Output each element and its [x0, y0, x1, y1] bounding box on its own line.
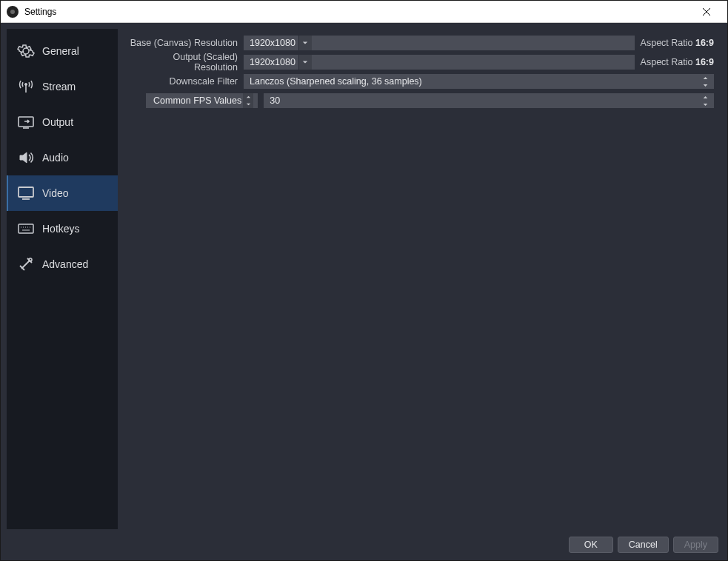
stepper-icon[interactable] [699, 74, 711, 89]
sidebar-item-advanced[interactable]: Advanced [7, 246, 118, 282]
base-aspect-ratio: Aspect Ratio 16:9 [641, 38, 714, 48]
close-button[interactable] [692, 1, 721, 23]
speaker-icon [17, 149, 35, 167]
output-resolution-value: 1920x1080 [250, 57, 295, 67]
stepper-icon[interactable] [243, 93, 253, 108]
downscale-filter-label: Downscale Filter [127, 76, 238, 87]
sidebar-item-audio[interactable]: Audio [7, 140, 118, 175]
base-resolution-label: Base (Canvas) Resolution [127, 38, 238, 48]
chevron-down-icon[interactable] [298, 36, 312, 50]
svg-rect-5 [19, 187, 33, 197]
cancel-button[interactable]: Cancel [618, 537, 669, 553]
ok-button[interactable]: OK [569, 537, 613, 553]
svg-rect-7 [19, 224, 33, 233]
app-icon [7, 6, 19, 18]
sidebar-item-label: Stream [42, 81, 76, 93]
fps-mode-combo[interactable]: Common FPS Values [146, 93, 258, 108]
downscale-filter-value: Lanczos (Sharpened scaling, 36 samples) [250, 76, 422, 87]
chevron-down-icon[interactable] [298, 55, 312, 70]
fps-mode-value: Common FPS Values [153, 95, 241, 106]
output-resolution-combo[interactable]: 1920x1080 [244, 55, 635, 70]
sidebar-item-hotkeys[interactable]: Hotkeys [7, 211, 118, 246]
base-resolution-combo[interactable]: 1920x1080 [244, 36, 635, 50]
sidebar-item-label: Video [42, 187, 69, 199]
output-resolution-label: Output (Scaled) Resolution [127, 52, 238, 73]
settings-sidebar: General Stream Output Audio Video [7, 29, 118, 529]
sidebar-item-label: Audio [42, 152, 69, 164]
window-title: Settings [24, 7, 56, 17]
sidebar-item-label: Hotkeys [42, 223, 80, 235]
sidebar-item-label: General [42, 45, 79, 57]
fps-value-combo[interactable]: 30 [264, 93, 714, 108]
gear-icon [17, 42, 35, 60]
sidebar-item-general[interactable]: General [7, 33, 118, 69]
base-resolution-value: 1920x1080 [250, 38, 295, 48]
apply-button: Apply [673, 537, 718, 553]
sidebar-item-video[interactable]: Video [7, 175, 118, 211]
antenna-icon [17, 78, 35, 95]
stepper-icon[interactable] [699, 93, 711, 108]
titlebar: Settings [1, 1, 727, 23]
fps-value: 30 [270, 95, 280, 106]
output-aspect-ratio: Aspect Ratio 16:9 [641, 57, 714, 67]
sidebar-item-label: Advanced [42, 258, 88, 270]
video-settings-panel: Base (Canvas) Resolution 1920x1080 Aspec… [124, 29, 721, 529]
sidebar-item-output[interactable]: Output [7, 104, 118, 140]
downscale-filter-combo[interactable]: Lanczos (Sharpened scaling, 36 samples) [244, 74, 714, 89]
sidebar-item-label: Output [42, 116, 73, 128]
sidebar-item-stream[interactable]: Stream [7, 69, 118, 104]
tools-icon [17, 255, 35, 273]
monitor-icon [17, 184, 35, 202]
dialog-footer: OK Cancel Apply [1, 535, 727, 560]
keyboard-icon [17, 220, 35, 238]
output-icon [17, 113, 35, 131]
